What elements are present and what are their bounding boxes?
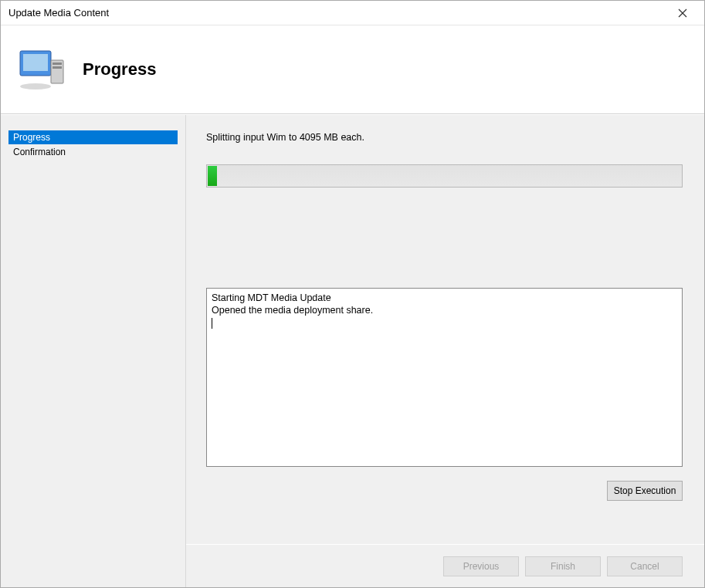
- sidebar-item-progress[interactable]: Progress: [8, 130, 178, 144]
- window-title: Update Media Content: [8, 7, 667, 19]
- wizard-window: Update Media Content Progress Progress: [0, 0, 705, 588]
- main-panel: Splitting input Wim to 4095 MB each. Sta…: [186, 115, 704, 544]
- finish-button: Finish: [525, 556, 601, 576]
- status-text: Splitting input Wim to 4095 MB each.: [206, 132, 683, 143]
- footer-sidebar-spacer: [1, 544, 186, 587]
- svg-point-7: [20, 83, 51, 90]
- footer-buttons: Previous Finish Cancel: [186, 544, 704, 587]
- stop-row: Stop Execution: [206, 481, 683, 501]
- progress-fill: [208, 166, 217, 186]
- cancel-button: Cancel: [607, 556, 683, 576]
- page-title: Progress: [83, 59, 156, 79]
- svg-rect-6: [53, 66, 62, 69]
- close-button[interactable]: [667, 2, 698, 24]
- log-text: Starting MDT Media Update Opened the med…: [212, 292, 373, 316]
- close-icon: [678, 8, 687, 18]
- wizard-header: Progress: [1, 25, 704, 114]
- progress-bar: [206, 164, 683, 188]
- sidebar: Progress Confirmation: [1, 115, 186, 544]
- sidebar-item-label: Confirmation: [13, 147, 66, 157]
- wizard-body: Progress Confirmation Splitting input Wi…: [1, 114, 704, 544]
- log-output[interactable]: Starting MDT Media Update Opened the med…: [206, 288, 683, 467]
- sidebar-item-confirmation[interactable]: Confirmation: [8, 145, 178, 159]
- sidebar-item-label: Progress: [13, 132, 50, 143]
- svg-rect-3: [23, 54, 48, 71]
- text-cursor: [212, 318, 212, 329]
- stop-execution-button[interactable]: Stop Execution: [607, 481, 683, 501]
- computer-icon: [15, 42, 69, 96]
- titlebar: Update Media Content: [1, 1, 704, 25]
- svg-rect-5: [53, 63, 62, 65]
- wizard-footer: Previous Finish Cancel: [1, 544, 704, 587]
- previous-button: Previous: [443, 556, 519, 576]
